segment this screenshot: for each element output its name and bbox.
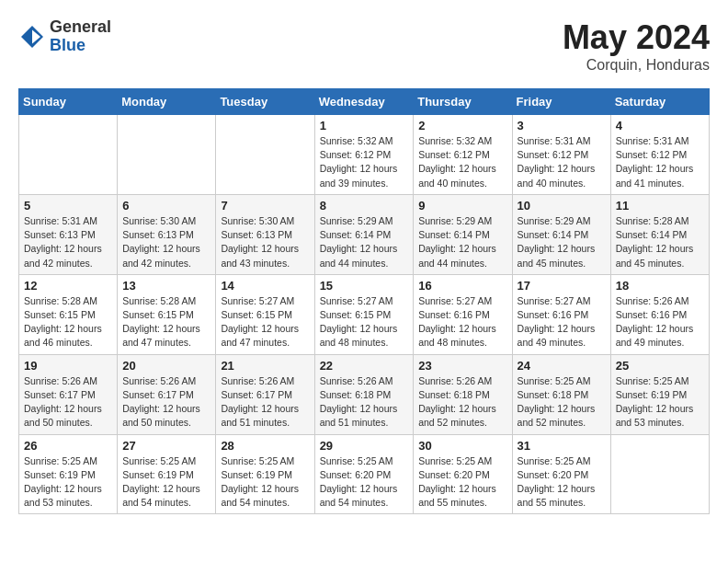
day-cell: 30Sunrise: 5:25 AM Sunset: 6:20 PM Dayli…	[414, 434, 512, 514]
header-cell-monday: Monday	[118, 89, 216, 115]
day-cell: 26Sunrise: 5:25 AM Sunset: 6:19 PM Dayli…	[19, 434, 118, 514]
day-number: 6	[122, 199, 210, 213]
day-cell: 5Sunrise: 5:31 AM Sunset: 6:13 PM Daylig…	[19, 194, 118, 274]
day-cell: 12Sunrise: 5:28 AM Sunset: 6:15 PM Dayli…	[19, 274, 118, 354]
day-cell: 14Sunrise: 5:27 AM Sunset: 6:15 PM Dayli…	[216, 274, 314, 354]
day-cell: 22Sunrise: 5:26 AM Sunset: 6:18 PM Dayli…	[314, 354, 414, 434]
day-number: 9	[418, 199, 506, 213]
day-info: Sunrise: 5:25 AM Sunset: 6:19 PM Dayligh…	[122, 454, 210, 511]
day-cell: 11Sunrise: 5:28 AM Sunset: 6:14 PM Dayli…	[610, 194, 709, 274]
day-cell: 6Sunrise: 5:30 AM Sunset: 6:13 PM Daylig…	[118, 194, 216, 274]
day-number: 11	[616, 199, 704, 213]
week-row-3: 12Sunrise: 5:28 AM Sunset: 6:15 PM Dayli…	[19, 274, 710, 354]
day-cell: 28Sunrise: 5:25 AM Sunset: 6:19 PM Dayli…	[216, 434, 314, 514]
day-info: Sunrise: 5:29 AM Sunset: 6:14 PM Dayligh…	[418, 214, 506, 270]
day-number: 1	[320, 119, 409, 132]
day-info: Sunrise: 5:31 AM Sunset: 6:12 PM Dayligh…	[518, 134, 606, 190]
calendar-header: SundayMondayTuesdayWednesdayThursdayFrid…	[19, 89, 710, 115]
day-info: Sunrise: 5:31 AM Sunset: 6:13 PM Dayligh…	[24, 214, 112, 270]
day-cell: 29Sunrise: 5:25 AM Sunset: 6:20 PM Dayli…	[314, 434, 414, 514]
header-cell-sunday: Sunday	[19, 89, 118, 115]
day-number: 5	[24, 199, 112, 213]
day-number: 21	[221, 359, 309, 373]
day-number: 4	[616, 119, 704, 132]
day-number: 18	[616, 279, 704, 293]
day-number: 15	[320, 279, 409, 293]
day-number: 30	[418, 439, 506, 453]
header-cell-friday: Friday	[512, 89, 610, 115]
day-number: 2	[418, 119, 506, 132]
day-cell: 27Sunrise: 5:25 AM Sunset: 6:19 PM Dayli…	[118, 434, 216, 514]
header-cell-saturday: Saturday	[610, 89, 709, 115]
day-info: Sunrise: 5:25 AM Sunset: 6:20 PM Dayligh…	[518, 454, 606, 511]
day-number: 12	[24, 279, 112, 293]
day-number: 14	[221, 279, 309, 293]
day-cell: 10Sunrise: 5:29 AM Sunset: 6:14 PM Dayli…	[512, 194, 610, 274]
day-cell: 18Sunrise: 5:26 AM Sunset: 6:16 PM Dayli…	[610, 274, 709, 354]
day-info: Sunrise: 5:28 AM Sunset: 6:15 PM Dayligh…	[122, 294, 210, 350]
day-info: Sunrise: 5:28 AM Sunset: 6:14 PM Dayligh…	[616, 214, 704, 270]
day-cell: 2Sunrise: 5:32 AM Sunset: 6:12 PM Daylig…	[414, 115, 512, 195]
day-cell: 8Sunrise: 5:29 AM Sunset: 6:14 PM Daylig…	[314, 194, 414, 274]
day-number: 24	[518, 359, 606, 373]
day-info: Sunrise: 5:27 AM Sunset: 6:15 PM Dayligh…	[320, 294, 409, 350]
day-number: 26	[24, 439, 112, 453]
day-cell: 19Sunrise: 5:26 AM Sunset: 6:17 PM Dayli…	[19, 354, 118, 434]
header-row: SundayMondayTuesdayWednesdayThursdayFrid…	[19, 89, 710, 115]
header-cell-thursday: Thursday	[414, 89, 512, 115]
header-cell-wednesday: Wednesday	[314, 89, 414, 115]
day-number: 28	[221, 439, 309, 453]
week-row-2: 5Sunrise: 5:31 AM Sunset: 6:13 PM Daylig…	[19, 194, 710, 274]
title-block: May 2024 Corquin, Honduras	[563, 18, 710, 74]
day-number: 8	[320, 199, 409, 213]
day-info: Sunrise: 5:32 AM Sunset: 6:12 PM Dayligh…	[320, 134, 409, 190]
calendar-body: 1Sunrise: 5:32 AM Sunset: 6:12 PM Daylig…	[19, 115, 710, 514]
day-info: Sunrise: 5:26 AM Sunset: 6:17 PM Dayligh…	[221, 374, 309, 431]
week-row-1: 1Sunrise: 5:32 AM Sunset: 6:12 PM Daylig…	[19, 115, 710, 195]
day-number: 27	[122, 439, 210, 453]
day-info: Sunrise: 5:32 AM Sunset: 6:12 PM Dayligh…	[418, 134, 506, 190]
day-info: Sunrise: 5:27 AM Sunset: 6:16 PM Dayligh…	[518, 294, 606, 350]
location: Corquin, Honduras	[563, 57, 710, 74]
day-info: Sunrise: 5:27 AM Sunset: 6:15 PM Dayligh…	[221, 294, 309, 350]
day-cell: 1Sunrise: 5:32 AM Sunset: 6:12 PM Daylig…	[314, 115, 414, 195]
day-number: 13	[122, 279, 210, 293]
day-info: Sunrise: 5:30 AM Sunset: 6:13 PM Dayligh…	[221, 214, 309, 270]
week-row-5: 26Sunrise: 5:25 AM Sunset: 6:19 PM Dayli…	[19, 434, 710, 514]
day-cell: 23Sunrise: 5:26 AM Sunset: 6:18 PM Dayli…	[414, 354, 512, 434]
day-number: 29	[320, 439, 409, 453]
day-number: 16	[418, 279, 506, 293]
day-cell: 31Sunrise: 5:25 AM Sunset: 6:20 PM Dayli…	[512, 434, 610, 514]
day-info: Sunrise: 5:29 AM Sunset: 6:14 PM Dayligh…	[518, 214, 606, 270]
day-info: Sunrise: 5:25 AM Sunset: 6:19 PM Dayligh…	[616, 374, 704, 431]
month-year: May 2024	[563, 18, 710, 57]
logo-general: General	[50, 18, 111, 37]
day-info: Sunrise: 5:29 AM Sunset: 6:14 PM Dayligh…	[320, 214, 409, 270]
day-cell: 25Sunrise: 5:25 AM Sunset: 6:19 PM Dayli…	[610, 354, 709, 434]
logo-icon	[18, 23, 46, 51]
day-cell: 15Sunrise: 5:27 AM Sunset: 6:15 PM Dayli…	[314, 274, 414, 354]
logo-text: General Blue	[50, 18, 111, 55]
day-cell: 17Sunrise: 5:27 AM Sunset: 6:16 PM Dayli…	[512, 274, 610, 354]
day-info: Sunrise: 5:26 AM Sunset: 6:17 PM Dayligh…	[122, 374, 210, 431]
logo-blue: Blue	[50, 37, 111, 55]
day-number: 7	[221, 199, 309, 213]
day-number: 17	[518, 279, 606, 293]
day-cell: 21Sunrise: 5:26 AM Sunset: 6:17 PM Dayli…	[216, 354, 314, 434]
logo: General Blue	[18, 18, 111, 55]
day-cell: 24Sunrise: 5:25 AM Sunset: 6:18 PM Dayli…	[512, 354, 610, 434]
day-cell: 9Sunrise: 5:29 AM Sunset: 6:14 PM Daylig…	[414, 194, 512, 274]
day-info: Sunrise: 5:25 AM Sunset: 6:20 PM Dayligh…	[320, 454, 409, 511]
day-info: Sunrise: 5:25 AM Sunset: 6:19 PM Dayligh…	[221, 454, 309, 511]
day-info: Sunrise: 5:25 AM Sunset: 6:18 PM Dayligh…	[518, 374, 606, 431]
day-cell: 20Sunrise: 5:26 AM Sunset: 6:17 PM Dayli…	[118, 354, 216, 434]
day-number: 3	[518, 119, 606, 132]
day-info: Sunrise: 5:28 AM Sunset: 6:15 PM Dayligh…	[24, 294, 112, 350]
day-cell	[216, 115, 314, 195]
day-info: Sunrise: 5:26 AM Sunset: 6:18 PM Dayligh…	[418, 374, 506, 431]
day-number: 25	[616, 359, 704, 373]
day-info: Sunrise: 5:31 AM Sunset: 6:12 PM Dayligh…	[616, 134, 704, 190]
day-number: 10	[518, 199, 606, 213]
calendar-table: SundayMondayTuesdayWednesdayThursdayFrid…	[18, 88, 710, 514]
day-cell: 4Sunrise: 5:31 AM Sunset: 6:12 PM Daylig…	[610, 115, 709, 195]
